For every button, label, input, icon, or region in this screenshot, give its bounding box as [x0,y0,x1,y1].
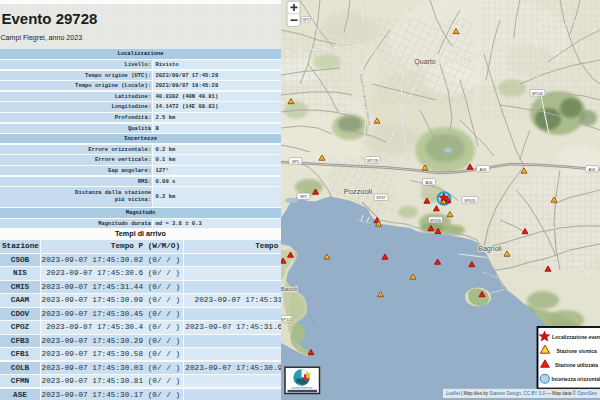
svg-text:SP111: SP111 [281,318,292,322]
svg-text:Bagnoli: Bagnoli [478,245,502,253]
svg-text:Incertezza orizzontale: Incertezza orizzontale [552,376,600,382]
svg-text:Quarto: Quarto [414,58,436,66]
svg-text:SP178: SP178 [367,159,378,163]
svg-text:Localizzazione evento: Localizzazione evento [552,334,600,340]
svg-text:SP2: SP2 [300,195,307,199]
svg-text:SP1: SP1 [292,160,299,164]
svg-text:Stazione sismica: Stazione sismica [557,348,598,354]
svg-text:SP47: SP47 [376,196,385,200]
svg-text:SP3: SP3 [303,18,310,22]
svg-text:Pozzuoli: Pozzuoli [344,187,373,196]
svg-text:A56: A56 [426,181,433,185]
svg-text:Bacoli: Bacoli [281,286,297,292]
svg-text:SP420: SP420 [464,199,475,203]
svg-text:A56: A56 [480,168,487,172]
svg-text:SP145: SP145 [532,92,543,96]
svg-text:Stazione utilizzata: Stazione utilizzata [555,362,598,368]
svg-text:A56: A56 [589,168,596,172]
svg-text:SP426: SP426 [430,219,441,223]
svg-text:Leaflet | Map tiles by Stamen: Leaflet | Map tiles by Stamen Design, CC… [446,390,597,396]
